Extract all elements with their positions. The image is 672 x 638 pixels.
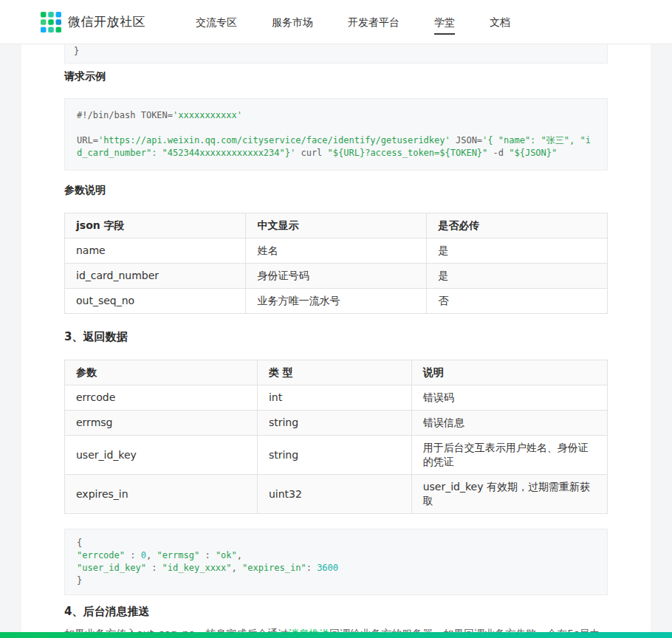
- table-row: expires_inuint32user_id_key 有效期，过期需重新获取: [65, 475, 608, 514]
- table-cell: errcode: [65, 385, 258, 411]
- nav-item[interactable]: 开发者平台: [348, 0, 400, 44]
- brand-logo-icon: [41, 12, 61, 32]
- column-header: 说明: [411, 360, 607, 385]
- text-segment: #!/bin/bash TOKEN=: [77, 110, 173, 120]
- code-line: }: [77, 574, 595, 587]
- nav-item[interactable]: 交流专区: [196, 0, 237, 44]
- text-segment: "ok": [216, 550, 237, 560]
- text-segment: :: [306, 563, 317, 573]
- text-segment: "errmsg": [157, 550, 199, 560]
- text-segment: JSON=: [450, 135, 482, 145]
- text-segment: 0: [141, 550, 146, 560]
- text-segment: :: [199, 550, 216, 560]
- table-cell: uint32: [257, 475, 411, 514]
- text-segment: :: [125, 550, 141, 560]
- table-cell: string: [257, 411, 411, 436]
- code-line: URL='https://api.weixin.qq.com/cityservi…: [77, 134, 595, 160]
- table-row: id_card_number身份证号码是: [65, 264, 608, 289]
- code-line: }: [74, 45, 598, 58]
- table-cell: 用于后台交互表示用户姓名、身份证的凭证: [411, 436, 607, 475]
- brand-title: 微信开放社区: [68, 13, 145, 30]
- nav-item[interactable]: 服务市场: [272, 0, 313, 44]
- return-data-heading: 3、返回数据: [64, 330, 608, 344]
- column-header: 是否必传: [427, 213, 608, 239]
- table-cell: 是: [427, 264, 608, 289]
- table-cell: name: [65, 239, 246, 264]
- table-header-row: json 字段中文显示是否必传: [65, 213, 608, 239]
- message-push-heading: 4、后台消息推送: [64, 605, 608, 619]
- text-segment: ,: [232, 563, 242, 573]
- table-cell: user_id_key 有效期，过期需重新获取: [411, 475, 607, 514]
- text-segment: "errcode": [77, 550, 125, 560]
- text-segment: ,: [146, 550, 157, 560]
- footer-accent-bar: [0, 632, 672, 638]
- code-line: [77, 122, 595, 134]
- text-segment: 3600: [317, 563, 338, 573]
- nav-menu: 交流专区服务市场开发者平台学堂文档: [196, 0, 545, 44]
- table-row: out_seq_no业务方唯一流水号否: [65, 289, 608, 314]
- table-cell: 错误码: [411, 385, 607, 411]
- return-data-table: 参数类 型说明errcodeint错误码errmsgstring错误信息user…: [64, 360, 608, 514]
- text-segment: :: [146, 563, 162, 573]
- text-segment: 'https://api.weixin.qq.com/cityservice/f…: [98, 135, 450, 145]
- code-block-previous-tail: }: [64, 44, 608, 64]
- document-content: } 请求示例 #!/bin/bash TOKEN='xxxxxxxxxxx' U…: [21, 44, 651, 638]
- table-cell: 是: [427, 239, 608, 264]
- nav-item[interactable]: 学堂: [434, 0, 455, 44]
- text-segment: URL=: [77, 135, 98, 145]
- text-segment: "expires_in": [242, 563, 306, 573]
- text-segment: curl: [295, 148, 327, 158]
- code-line: #!/bin/bash TOKEN='xxxxxxxxxxx': [77, 109, 595, 122]
- request-example-heading: 请求示例: [64, 64, 608, 83]
- table-cell: 业务方唯一流水号: [246, 289, 427, 314]
- text-segment: "${URL}?access_token=${TOKEN}": [328, 148, 488, 158]
- table-cell: 姓名: [246, 239, 427, 264]
- brand[interactable]: 微信开放社区: [41, 12, 145, 32]
- column-header: json 字段: [65, 213, 246, 239]
- text-segment: -d: [487, 148, 509, 158]
- table-cell: out_seq_no: [65, 289, 246, 314]
- table-row: name姓名是: [65, 239, 608, 264]
- text-segment: }: [74, 46, 79, 56]
- column-header: 参数: [65, 360, 258, 385]
- json-response-code-block: {"errcode" : 0, "errmsg" : "ok","user_id…: [64, 529, 608, 595]
- table-cell: int: [257, 385, 411, 411]
- column-header: 类 型: [257, 360, 411, 385]
- code-line: "errcode" : 0, "errmsg" : "ok",: [77, 549, 595, 562]
- table-cell: errmsg: [65, 411, 258, 436]
- table-cell: string: [257, 436, 411, 475]
- table-cell: user_id_key: [65, 436, 258, 475]
- text-segment: "${JSON}": [509, 148, 557, 158]
- text-segment: ,: [237, 550, 242, 560]
- table-cell: id_card_number: [65, 264, 246, 289]
- text-segment: }: [77, 575, 82, 586]
- column-header: 中文显示: [246, 213, 427, 239]
- request-params-table: json 字段中文显示是否必传name姓名是id_card_number身份证号…: [64, 213, 608, 314]
- table-row: user_id_keystring用于后台交互表示用户姓名、身份证的凭证: [65, 436, 608, 475]
- table-cell: 错误信息: [411, 411, 607, 436]
- top-navigation-bar: 微信开放社区 交流专区服务市场开发者平台学堂文档: [0, 0, 672, 44]
- bash-code-block: #!/bin/bash TOKEN='xxxxxxxxxxx' URL='htt…: [64, 98, 608, 171]
- table-cell: expires_in: [65, 475, 258, 514]
- text-segment: {: [77, 538, 82, 548]
- table-row: errmsgstring错误信息: [65, 411, 608, 436]
- text-segment: "id_key_xxxx": [162, 563, 232, 573]
- params-heading: 参数说明: [64, 184, 608, 197]
- text-segment: 'xxxxxxxxxxx': [173, 110, 242, 120]
- code-line: {: [77, 537, 595, 549]
- text-segment: "user_id_key": [77, 563, 146, 573]
- table-header-row: 参数类 型说明: [65, 360, 608, 385]
- nav-item[interactable]: 文档: [490, 0, 510, 44]
- table-row: errcodeint错误码: [65, 385, 608, 411]
- table-cell: 否: [427, 289, 608, 314]
- code-line: "user_id_key" : "id_key_xxxx", "expires_…: [77, 562, 595, 574]
- table-cell: 身份证号码: [246, 264, 427, 289]
